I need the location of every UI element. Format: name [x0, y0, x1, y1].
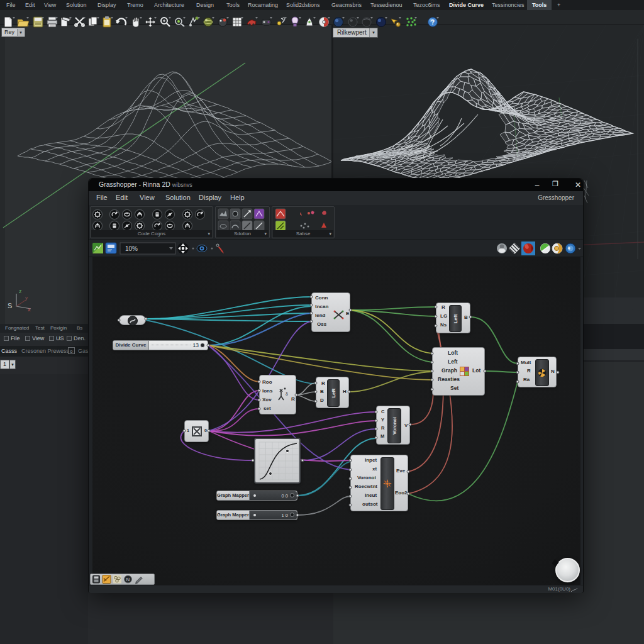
svg-text:z: z: [19, 288, 22, 294]
svg-text:?: ?: [431, 19, 435, 26]
svg-text:y: y: [25, 295, 28, 301]
svg-text:10%: 10%: [125, 245, 138, 252]
svg-text:N: N: [126, 577, 130, 582]
svg-text:S: S: [8, 302, 12, 309]
svg-text:δ: δ: [286, 392, 288, 396]
svg-text:x: x: [28, 306, 31, 313]
